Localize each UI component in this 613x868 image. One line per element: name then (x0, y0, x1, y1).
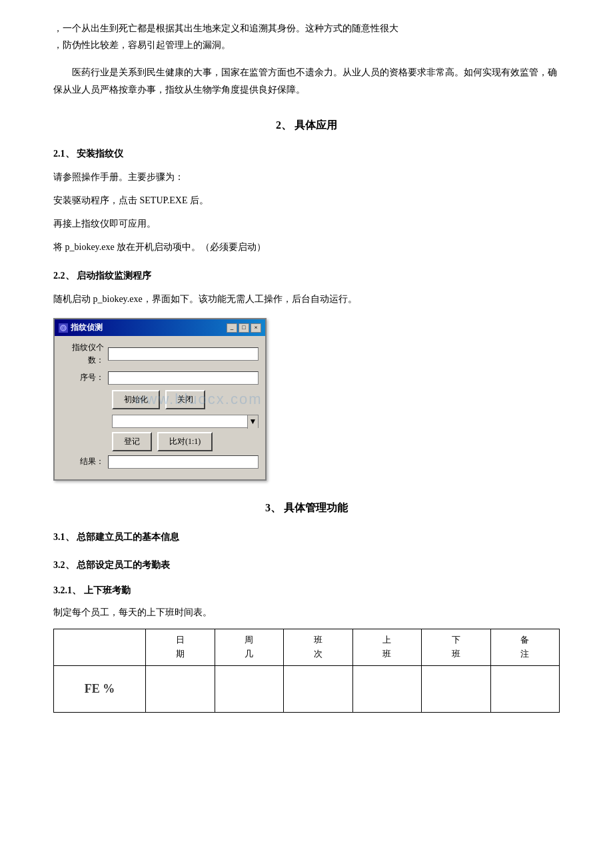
fingerprint-dialog: www.bluocx.com 指纹侦测 _ (53, 318, 267, 481)
input-count[interactable] (108, 347, 259, 361)
fingerprint-dialog-icon (59, 323, 68, 333)
sub321-description: 制定每个员工，每天的上下班时间表。 (53, 604, 560, 621)
table-header-weekday: 周几 (215, 629, 284, 665)
table-header-row: 日期 周几 班次 上班 下班 备注 (54, 629, 560, 665)
subsection321-title: 3.2.1、 上下班考勤 (53, 583, 560, 598)
section3-title: 3、 具体管理功能 (53, 499, 560, 517)
dialog-titlebar: 指纹侦测 _ □ × (55, 319, 265, 336)
close-dialog-button[interactable]: 关闭 (165, 390, 205, 409)
dialog-body: 指纹仪个数： 序号： 初始化 关闭 ▼ (55, 336, 265, 479)
close-button[interactable]: × (251, 323, 261, 333)
dialog-titlebar-left: 指纹侦测 (59, 321, 103, 334)
dialog-btn-row1: 初始化 关闭 (112, 390, 259, 409)
minimize-button[interactable]: _ (227, 323, 237, 333)
dropdown[interactable]: ▼ (112, 415, 259, 428)
subsection31-title: 3.1、 总部建立员工的基本信息 (53, 530, 560, 545)
table-header-start: 上班 (352, 629, 422, 665)
sub22-description: 随机启动 p_biokey.exe，界面如下。该功能无需人工操作，后台自动运行。 (53, 291, 560, 307)
table-cell-end (422, 665, 491, 712)
sub21-line2: 安装驱动程序，点击 SETUP.EXE 后。 (53, 192, 560, 209)
dialog-row-count: 指纹仪个数： (61, 341, 259, 367)
dialog-title-text: 指纹侦测 (71, 321, 103, 334)
table-cell-date (146, 665, 215, 712)
table-cell-weekday (215, 665, 284, 712)
subsection21-title: 2.1、 安装指纹仪 (53, 147, 560, 161)
dropdown-arrow-icon[interactable]: ▼ (247, 415, 258, 429)
subsection22-title: 2.2、 启动指纹监测程序 (53, 269, 560, 283)
label-serial: 序号： (61, 371, 108, 384)
dialog-controls[interactable]: _ □ × (227, 323, 261, 333)
input-serial[interactable] (108, 371, 259, 385)
restore-button[interactable]: □ (239, 323, 249, 333)
table-cell-note (490, 665, 560, 712)
page: ，一个从出生到死亡都是根据其出生地来定义和追溯其身份。这种方式的随意性很大 ，防… (0, 0, 613, 868)
label-result: 结果： (61, 455, 108, 468)
init-button[interactable]: 初始化 (112, 390, 160, 409)
sub21-line1: 请参照操作手册。主要步骤为： (53, 169, 560, 185)
sub21-line4: 将 p_biokey.exe 放在开机启动项中。（必须要启动） (53, 239, 560, 255)
register-button[interactable]: 登记 (112, 432, 152, 451)
intro-text-line1: ，一个从出生到死亡都是根据其出生地来定义和追溯其身份。这种方式的随意性很大 (53, 23, 398, 33)
section2-title: 2、 具体应用 (53, 117, 560, 134)
intro-paragraph1-text: 医药行业是关系到民生健康的大事，国家在监管方面也不遗余力。从业人员的资格要求非常… (53, 67, 557, 94)
table-header-end: 下班 (422, 629, 491, 665)
sub21-line3: 再接上指纹仪即可应用。 (53, 215, 560, 232)
intro-line1: ，一个从出生到死亡都是根据其出生地来定义和追溯其身份。这种方式的随意性很大 ，防… (53, 20, 560, 53)
table-header-shift-count: 班次 (284, 629, 353, 665)
table-row: FE % (54, 665, 560, 712)
svg-rect-0 (59, 323, 68, 333)
table-header-note: 备注 (490, 629, 560, 665)
input-result[interactable] (108, 455, 259, 469)
label-count: 指纹仪个数： (61, 341, 108, 367)
table-header-empty (54, 629, 146, 665)
dialog-row-result: 结果： (61, 455, 259, 469)
intro-text-line2: ，防伪性比较差，容易引起管理上的漏洞。 (53, 40, 231, 50)
fe-percent-cell: FE % (54, 665, 146, 712)
table-cell-start (352, 665, 422, 712)
table-header-date: 日期 (146, 629, 215, 665)
intro-paragraph1: 医药行业是关系到民生健康的大事，国家在监管方面也不遗余力。从业人员的资格要求非常… (53, 64, 560, 97)
dialog-row-serial: 序号： (61, 371, 259, 385)
attendance-table: 日期 周几 班次 上班 下班 备注 (53, 629, 560, 713)
dialog-container: www.bluocx.com 指纹侦测 _ (53, 318, 560, 481)
dialog-dropdown-row: ▼ (112, 415, 259, 428)
table-cell-shift (284, 665, 353, 712)
compare-button[interactable]: 比对(1:1) (157, 432, 213, 451)
subsection32-title: 3.2、 总部设定员工的考勤表 (53, 558, 560, 573)
dialog-btn-row2: 登记 比对(1:1) (112, 432, 259, 451)
